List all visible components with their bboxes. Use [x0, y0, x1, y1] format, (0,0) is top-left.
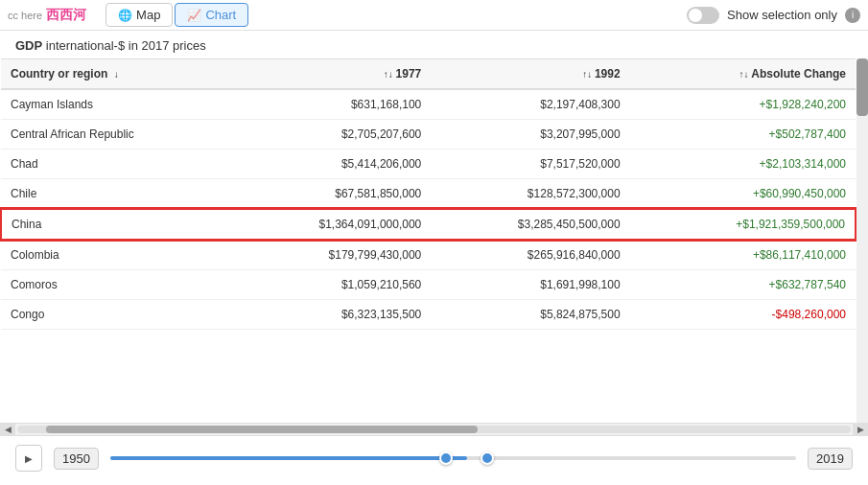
map-icon: 🌐 [118, 9, 132, 22]
cell-1977: $179,799,430,000 [238, 240, 432, 270]
table-row: Chile$67,581,850,000$128,572,300,000+$60… [1, 179, 856, 210]
cell-country: Chad [1, 150, 238, 179]
tab-chart-label: Chart [205, 8, 236, 22]
slider-fill [110, 456, 467, 460]
col-header-country[interactable]: Country or region ↓ [1, 59, 238, 90]
sort-icon-1977: ↑↓ [384, 69, 396, 80]
slider-thumb-left[interactable] [439, 451, 453, 465]
cell-country: Colombia [1, 240, 238, 270]
sort-icon-1992: ↑↓ [582, 69, 595, 80]
table-row: Chad$5,414,206,000$7,517,520,000+$2,103,… [1, 150, 856, 179]
cell-absolute: +$502,787,400 [630, 120, 856, 150]
cell-1977: $5,414,206,000 [238, 150, 432, 179]
table-row: Cayman Islands$631,168,100$2,197,408,300… [1, 89, 856, 120]
nav-logo: cc here 西西河 [8, 7, 98, 24]
cell-1992: $5,824,875,500 [431, 300, 629, 330]
cell-absolute: +$86,117,410,000 [630, 240, 856, 270]
sort-icon-absolute: ↑↓ [739, 69, 752, 80]
col-header-1977[interactable]: ↑↓ 1977 [238, 59, 432, 90]
cc-here-label: cc here [8, 10, 42, 21]
cell-country: Chile [1, 179, 238, 210]
cell-1977: $6,323,135,500 [238, 300, 432, 330]
tab-map-label: Map [136, 8, 160, 22]
cell-country: Congo [1, 300, 238, 330]
cell-country: Central African Republic [1, 120, 238, 150]
cell-1992: $2,197,408,300 [431, 89, 629, 120]
data-table: Country or region ↓ ↑↓ 1977 ↑↓ 1992 ↑↓ A… [0, 58, 856, 330]
cell-1992: $265,916,840,000 [431, 240, 629, 270]
cell-absolute: -$498,260,000 [630, 300, 856, 330]
chart-icon: 📈 [187, 9, 201, 22]
table-body: Cayman Islands$631,168,100$2,197,408,300… [1, 89, 856, 330]
cell-absolute: +$60,990,450,000 [630, 179, 856, 210]
slider-track [110, 456, 796, 460]
sort-icon-country: ↓ [114, 69, 119, 80]
scrollbar-h-thumb[interactable] [46, 426, 478, 433]
table-row: Congo$6,323,135,500$5,824,875,500-$498,2… [1, 300, 856, 330]
vertical-scrollbar-thumb[interactable] [856, 58, 868, 116]
cell-1992: $1,691,998,100 [431, 270, 629, 300]
cell-1992: $128,572,300,000 [431, 179, 629, 210]
year-start-badge: 1950 [54, 448, 99, 470]
horizontal-scrollbar[interactable]: ◀ ▶ [0, 423, 868, 436]
show-selection-control: Show selection only i [687, 7, 860, 24]
table-container: Country or region ↓ ↑↓ 1977 ↑↓ 1992 ↑↓ A… [0, 58, 868, 423]
cell-1977: $1,364,091,000,000 [238, 209, 432, 240]
cell-country: China [1, 209, 238, 240]
show-selection-toggle[interactable] [687, 7, 719, 24]
vertical-scrollbar[interactable] [856, 58, 868, 423]
table-row: Central African Republic$2,705,207,600$3… [1, 120, 856, 150]
slider-thumb-right[interactable] [481, 451, 494, 465]
table-row: China$1,364,091,000,000$3,285,450,500,00… [1, 209, 856, 240]
cell-absolute: +$2,103,314,000 [630, 150, 856, 179]
cell-country: Cayman Islands [1, 89, 238, 120]
cell-1977: $1,059,210,560 [238, 270, 432, 300]
cell-absolute: +$632,787,540 [630, 270, 856, 300]
cell-1992: $3,285,450,500,000 [431, 209, 629, 240]
cell-1992: $3,207,995,000 [431, 120, 629, 150]
scrollbar-h-track[interactable] [17, 426, 851, 433]
scroll-right-arrow[interactable]: ▶ [853, 423, 868, 436]
info-icon[interactable]: i [845, 8, 860, 23]
play-icon: ▶ [25, 453, 33, 464]
table-header-row: Country or region ↓ ↑↓ 1977 ↑↓ 1992 ↑↓ A… [1, 59, 856, 90]
top-nav: cc here 西西河 🌐 Map 📈 Chart Show selection… [0, 0, 868, 31]
cell-1977: $631,168,100 [238, 89, 432, 120]
cell-absolute: +$1,921,359,500,000 [630, 209, 856, 240]
play-button[interactable]: ▶ [15, 445, 42, 472]
cell-1977: $67,581,850,000 [238, 179, 432, 210]
gdp-bold: GDP [15, 38, 42, 53]
show-selection-label: Show selection only [727, 8, 837, 22]
timeline-bar: ▶ 1950 2019 [0, 436, 868, 480]
cell-1992: $7,517,520,000 [431, 150, 629, 179]
col-header-1992[interactable]: ↑↓ 1992 [431, 59, 629, 90]
nav-tabs: 🌐 Map 📈 Chart [106, 3, 248, 27]
cell-country: Comoros [1, 270, 238, 300]
cell-1977: $2,705,207,600 [238, 120, 432, 150]
cell-absolute: +$1,928,240,200 [630, 89, 856, 120]
table-row: Comoros$1,059,210,560$1,691,998,100+$632… [1, 270, 856, 300]
tab-chart[interactable]: 📈 Chart [175, 3, 248, 27]
table-row: Colombia$179,799,430,000$265,916,840,000… [1, 240, 856, 270]
scroll-left-arrow[interactable]: ◀ [0, 423, 15, 436]
gdp-subtitle: GDP international-$ in 2017 prices [0, 31, 868, 58]
logo-text: 西西河 [46, 7, 86, 24]
gdp-rest: international-$ in 2017 prices [42, 38, 206, 53]
tab-map[interactable]: 🌐 Map [106, 3, 173, 27]
col-header-absolute[interactable]: ↑↓ Absolute Change [630, 59, 856, 90]
year-end-badge: 2019 [808, 448, 853, 470]
timeline-slider[interactable] [110, 449, 796, 468]
